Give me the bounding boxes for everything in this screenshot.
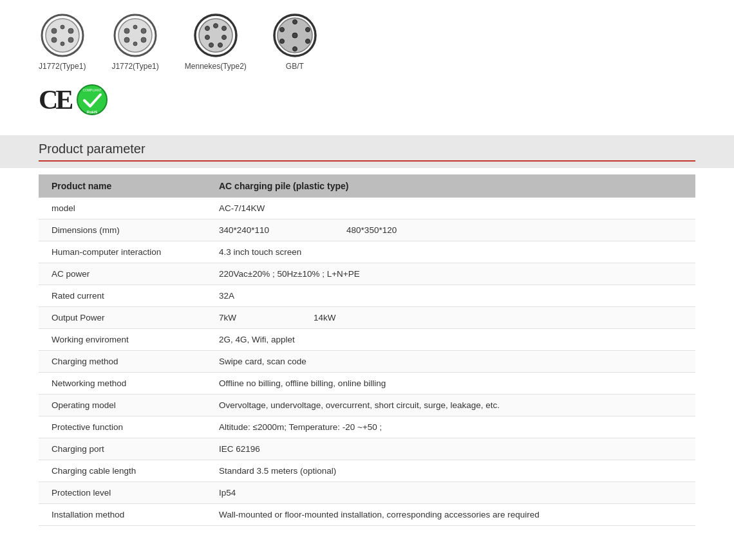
table-row: Charging portIEC 62196: [39, 438, 695, 460]
product-table: Product name AC charging pile (plastic t…: [39, 174, 695, 526]
param-cell: model: [39, 198, 206, 219]
param-cell: Networking method: [39, 373, 206, 395]
svg-point-14: [133, 25, 137, 29]
value-cell: 220Vac±20% ; 50Hz±10% ; L+N+PE: [206, 263, 695, 285]
connector-gbt: GB/T: [272, 13, 317, 71]
param-cell: Working enviroment: [39, 329, 206, 351]
param-cell: Charging cable length: [39, 460, 206, 482]
rohs-badge: RoHS COMPLIANT: [76, 84, 108, 116]
svg-point-15: [133, 42, 137, 46]
svg-point-31: [279, 39, 284, 44]
table-row: Charging cable lengthStandard 3.5 meters…: [39, 460, 695, 482]
connector-label-mennekes: Mennekes(Type2): [185, 62, 247, 71]
svg-point-24: [218, 43, 222, 48]
table-row: modelAC-7/14KW: [39, 198, 695, 219]
connector-label-j1772-type1-b: J1772(Type1): [111, 62, 158, 71]
col-header-value: AC charging pile (plastic type): [206, 174, 695, 198]
svg-point-7: [61, 42, 64, 46]
value-cell: 4.3 inch touch screen: [206, 241, 695, 263]
section-title: Product parameter: [39, 142, 695, 156]
svg-point-5: [68, 37, 73, 42]
table-row: Installation methodWall-mounted or floor…: [39, 504, 695, 526]
table-header-row: Product name AC charging pile (plastic t…: [39, 174, 695, 198]
value-split-left: 340*240*110: [219, 225, 269, 235]
table-row: Operating modelOvervoltage, undervoltage…: [39, 395, 695, 416]
value-cell: Overvoltage, undervoltage, overcurrent, …: [206, 395, 695, 416]
section-header: Product parameter: [0, 135, 734, 168]
value-cell: Swipe card, scan code: [206, 351, 695, 373]
connector-label-j1772-type1-a: J1772(Type1): [39, 62, 86, 71]
svg-point-33: [292, 33, 297, 38]
param-cell: Human-computer interaction: [39, 241, 206, 263]
value-cell: Altitude: ≤2000m; Temperature: -20 ~+50 …: [206, 416, 695, 438]
param-cell: Operating model: [39, 395, 206, 416]
value-cell: 2G, 4G, Wifi, applet: [206, 329, 695, 351]
svg-point-19: [213, 24, 218, 28]
table-row: Output Power7kW14kW: [39, 307, 695, 329]
table-container: Product name AC charging pile (plastic t…: [0, 168, 734, 539]
svg-point-27: [292, 20, 297, 24]
value-cell: Ip54: [206, 482, 695, 504]
value-split: 7kW14kW: [219, 313, 682, 322]
param-cell: Output Power: [39, 307, 206, 329]
table-row: Networking methodOffline no billing, off…: [39, 373, 695, 395]
connector-icon-type1a: [40, 13, 85, 58]
svg-point-4: [52, 37, 57, 42]
param-cell: AC power: [39, 263, 206, 285]
value-cell: 340*240*110480*350*120: [206, 219, 695, 241]
svg-point-32: [279, 28, 284, 32]
value-split-right: 480*350*120: [346, 225, 397, 235]
connector-row: J1772(Type1) J1772(Type1): [39, 13, 695, 71]
table-row: Dimensions (mm)340*240*110480*350*120: [39, 219, 695, 241]
svg-text:RoHS: RoHS: [87, 110, 97, 114]
table-row: Human-computer interaction4.3 inch touch…: [39, 241, 695, 263]
svg-point-1: [46, 19, 79, 52]
param-cell: Protection level: [39, 482, 206, 504]
svg-point-29: [305, 39, 310, 44]
svg-point-6: [61, 25, 64, 29]
svg-point-23: [209, 43, 213, 48]
top-section: J1772(Type1) J1772(Type1): [0, 0, 734, 122]
cert-row: CE RoHS COMPLIANT: [39, 84, 695, 116]
param-cell: Dimensions (mm): [39, 219, 206, 241]
connector-mennekes-type2: Mennekes(Type2): [185, 13, 247, 71]
ce-mark: CE: [39, 86, 71, 113]
value-cell: 7kW14kW: [206, 307, 695, 329]
svg-point-20: [221, 26, 226, 31]
table-row: Protective functionAltitude: ≤2000m; Tem…: [39, 416, 695, 438]
connector-j1772-type1-b: J1772(Type1): [111, 13, 158, 71]
connector-label-gbt: GB/T: [286, 62, 304, 71]
svg-point-11: [141, 28, 146, 33]
svg-point-18: [205, 26, 209, 31]
table-row: AC power220Vac±20% ; 50Hz±10% ; L+N+PE: [39, 263, 695, 285]
svg-point-13: [141, 37, 146, 42]
value-split-left: 7kW: [219, 313, 236, 322]
param-cell: Protective function: [39, 416, 206, 438]
value-cell: Offline no billing, offline billing, onl…: [206, 373, 695, 395]
value-cell: Wall-mounted or floor-mounted installati…: [206, 504, 695, 526]
param-cell: Installation method: [39, 504, 206, 526]
value-cell: IEC 62196: [206, 438, 695, 460]
param-cell: Rated current: [39, 285, 206, 307]
value-split: 340*240*110480*350*120: [219, 225, 682, 235]
value-cell: 32A: [206, 285, 695, 307]
table-row: Rated current32A: [39, 285, 695, 307]
svg-text:COMPLIANT: COMPLIANT: [83, 88, 102, 92]
svg-point-9: [118, 19, 152, 52]
connector-icon-type1b: [113, 13, 158, 58]
svg-point-10: [124, 28, 129, 33]
table-row: Working enviroment2G, 4G, Wifi, applet: [39, 329, 695, 351]
connector-icon-gbt: [272, 13, 317, 58]
connector-j1772-type1-a: J1772(Type1): [39, 13, 86, 71]
table-row: Protection levelIp54: [39, 482, 695, 504]
svg-point-28: [305, 28, 310, 32]
param-cell: Charging port: [39, 438, 206, 460]
svg-point-3: [68, 28, 73, 33]
connector-icon-type2: [193, 13, 238, 58]
svg-point-30: [292, 47, 297, 51]
value-cell: Standard 3.5 meters (optional): [206, 460, 695, 482]
svg-point-21: [205, 35, 209, 40]
value-split-right: 14kW: [314, 313, 336, 322]
col-header-param: Product name: [39, 174, 206, 198]
svg-point-22: [221, 35, 226, 40]
